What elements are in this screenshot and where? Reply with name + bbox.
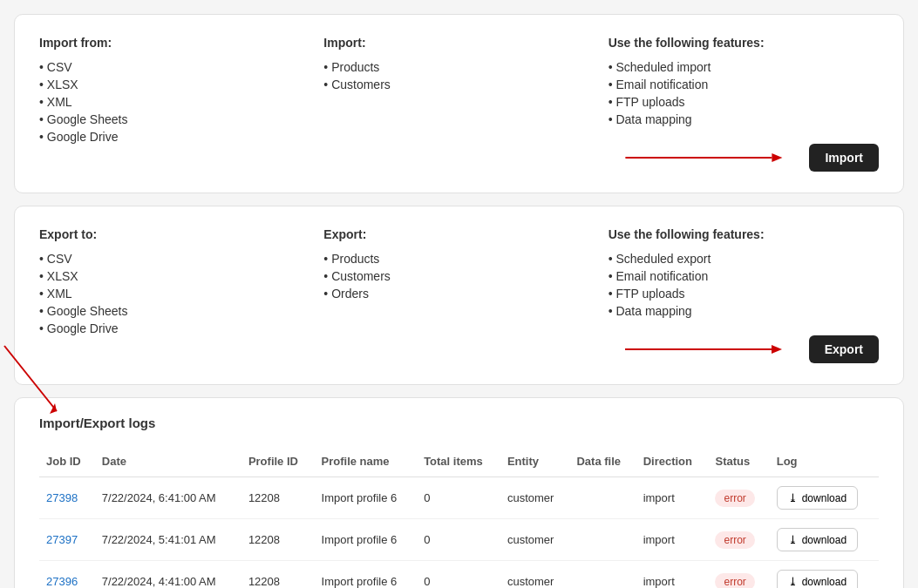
col-direction: Direction bbox=[636, 448, 709, 477]
import-what-title: Import: bbox=[323, 36, 594, 50]
import-action-row: Import bbox=[609, 144, 879, 172]
cell-status: error bbox=[708, 519, 769, 561]
import-features-col: Use the following features: Scheduled im… bbox=[609, 36, 879, 172]
cell-direction: import bbox=[636, 477, 709, 519]
cell-date: 7/22/2024, 4:41:00 AM bbox=[95, 561, 241, 589]
list-item: FTP uploads bbox=[609, 285, 711, 302]
cell-job-id[interactable]: 27396 bbox=[39, 561, 95, 589]
cell-status: error bbox=[708, 561, 769, 589]
list-item: Email notification bbox=[609, 267, 711, 285]
cell-job-id[interactable]: 27397 bbox=[39, 519, 95, 561]
import-from-list: CSV XLSX XML Google Sheets Google Drive bbox=[39, 58, 309, 145]
col-data-file: Data file bbox=[569, 448, 636, 477]
cell-job-id[interactable]: 27398 bbox=[39, 477, 95, 519]
import-card: Import from: CSV XLSX XML Google Sheets … bbox=[14, 14, 904, 193]
table-header-row: Job ID Date Profile ID Profile name Tota… bbox=[39, 448, 879, 477]
cell-profile-id: 12208 bbox=[241, 561, 315, 589]
cell-profile-id: 12208 bbox=[241, 519, 315, 561]
download-button[interactable]: ⤓ download bbox=[777, 570, 858, 588]
list-item: Data mapping bbox=[609, 302, 711, 320]
cell-data-file bbox=[569, 477, 636, 519]
list-item: Products bbox=[323, 58, 594, 76]
export-features-title: Use the following features: bbox=[609, 227, 765, 241]
cell-data-file bbox=[569, 561, 636, 589]
table-row: 27397 7/22/2024, 5:41:01 AM 12208 Import… bbox=[39, 519, 879, 561]
cell-total-items: 0 bbox=[417, 561, 500, 589]
export-button[interactable]: Export bbox=[809, 335, 879, 363]
logs-section: Import/Export logs Job ID Date Profile I… bbox=[14, 397, 904, 588]
cell-profile-name: Import profile 6 bbox=[315, 561, 418, 589]
export-what-col: Export: Products Customers Orders bbox=[323, 227, 594, 302]
cell-date: 7/22/2024, 5:41:01 AM bbox=[95, 519, 241, 561]
export-arrow bbox=[609, 341, 799, 358]
download-button[interactable]: ⤓ download bbox=[777, 486, 858, 510]
svg-marker-5 bbox=[50, 403, 57, 414]
export-to-col: Export to: CSV XLSX XML Google Sheets Go… bbox=[39, 227, 309, 337]
import-what-list: Products Customers bbox=[323, 58, 594, 93]
svg-marker-3 bbox=[772, 345, 782, 354]
download-icon: ⤓ bbox=[788, 575, 798, 588]
cell-total-items: 0 bbox=[417, 519, 500, 561]
cell-log[interactable]: ⤓ download bbox=[770, 477, 879, 519]
list-item: Google Drive bbox=[39, 128, 309, 145]
cell-profile-id: 12208 bbox=[241, 477, 315, 519]
list-item: Google Sheets bbox=[39, 111, 309, 128]
col-total-items: Total items bbox=[417, 448, 500, 477]
download-icon: ⤓ bbox=[788, 533, 798, 546]
list-item: Scheduled export bbox=[609, 250, 711, 267]
cell-profile-name: Import profile 6 bbox=[315, 519, 418, 561]
col-date: Date bbox=[95, 448, 241, 477]
export-what-list: Products Customers Orders bbox=[323, 250, 594, 302]
cell-profile-name: Import profile 6 bbox=[315, 477, 418, 519]
import-arrow bbox=[609, 149, 799, 166]
list-item: XLSX bbox=[39, 76, 309, 93]
cell-data-file bbox=[569, 519, 636, 561]
logs-table: Job ID Date Profile ID Profile name Tota… bbox=[39, 448, 879, 588]
list-item: Orders bbox=[323, 285, 594, 302]
export-what-title: Export: bbox=[323, 227, 594, 241]
list-item: Data mapping bbox=[609, 111, 711, 128]
list-item: Google Drive bbox=[39, 320, 309, 337]
cell-entity: customer bbox=[500, 561, 570, 589]
list-item: Email notification bbox=[609, 76, 711, 93]
logs-title: Import/Export logs bbox=[39, 416, 155, 430]
col-status: Status bbox=[708, 448, 769, 477]
download-icon: ⤓ bbox=[788, 491, 798, 504]
col-profile-name: Profile name bbox=[315, 448, 418, 477]
col-log: Log bbox=[770, 448, 879, 477]
col-job-id: Job ID bbox=[39, 448, 95, 477]
list-item: Google Sheets bbox=[39, 302, 309, 320]
list-item: FTP uploads bbox=[609, 93, 711, 111]
export-to-title: Export to: bbox=[39, 227, 309, 241]
list-item: XML bbox=[39, 285, 309, 302]
table-row: 27396 7/22/2024, 4:41:00 AM 12208 Import… bbox=[39, 561, 879, 589]
table-row: 27398 7/22/2024, 6:41:00 AM 12208 Import… bbox=[39, 477, 879, 519]
export-features-list: Scheduled export Email notification FTP … bbox=[609, 250, 711, 320]
list-item: XML bbox=[39, 93, 309, 111]
svg-marker-1 bbox=[772, 153, 782, 162]
cell-log[interactable]: ⤓ download bbox=[770, 561, 879, 589]
import-features-list: Scheduled import Email notification FTP … bbox=[609, 58, 711, 128]
cell-entity: customer bbox=[500, 477, 570, 519]
list-item: CSV bbox=[39, 58, 309, 76]
download-button[interactable]: ⤓ download bbox=[777, 528, 858, 551]
cell-date: 7/22/2024, 6:41:00 AM bbox=[95, 477, 241, 519]
export-card: Export to: CSV XLSX XML Google Sheets Go… bbox=[14, 206, 904, 385]
cell-total-items: 0 bbox=[417, 477, 500, 519]
list-item: CSV bbox=[39, 250, 309, 267]
import-features-title: Use the following features: bbox=[609, 36, 765, 50]
list-item: Scheduled import bbox=[609, 58, 711, 76]
list-item: Customers bbox=[323, 76, 594, 93]
export-to-list: CSV XLSX XML Google Sheets Google Drive bbox=[39, 250, 309, 337]
import-from-title: Import from: bbox=[39, 36, 309, 50]
cell-direction: import bbox=[636, 561, 709, 589]
cell-log[interactable]: ⤓ download bbox=[770, 519, 879, 561]
import-button[interactable]: Import bbox=[809, 144, 879, 172]
col-entity: Entity bbox=[500, 448, 570, 477]
cell-direction: import bbox=[636, 519, 709, 561]
list-item: Products bbox=[323, 250, 594, 267]
cell-entity: customer bbox=[500, 519, 570, 561]
col-profile-id: Profile ID bbox=[241, 448, 315, 477]
list-item: Customers bbox=[323, 267, 594, 285]
import-what-col: Import: Products Customers bbox=[323, 36, 594, 93]
